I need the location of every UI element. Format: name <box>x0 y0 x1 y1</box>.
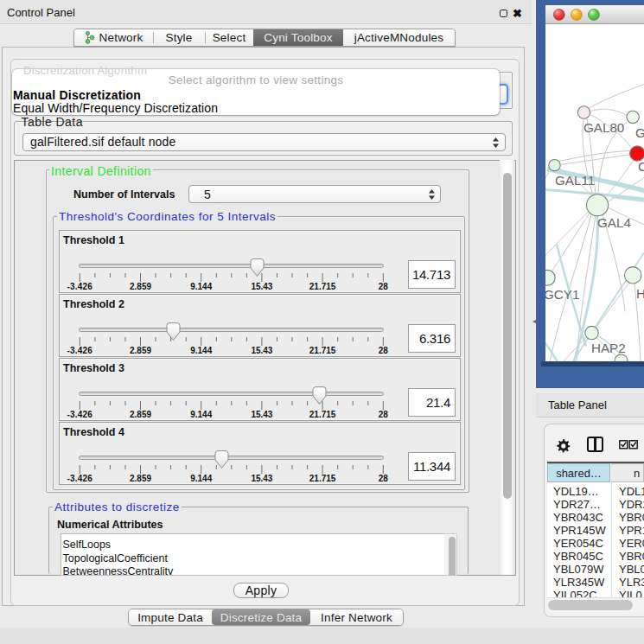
svg-text:GAL4: GAL4 <box>597 215 631 230</box>
svg-text:GAL11: GAL11 <box>555 172 595 187</box>
svg-text:C: C <box>638 159 644 174</box>
svg-text:HAP2: HAP2 <box>591 341 626 355</box>
svg-text:H: H <box>636 286 644 301</box>
svg-text:GA: GA <box>635 124 644 139</box>
svg-text:GAL80: GAL80 <box>583 120 624 135</box>
svg-text:GCY1: GCY1 <box>545 286 579 301</box>
